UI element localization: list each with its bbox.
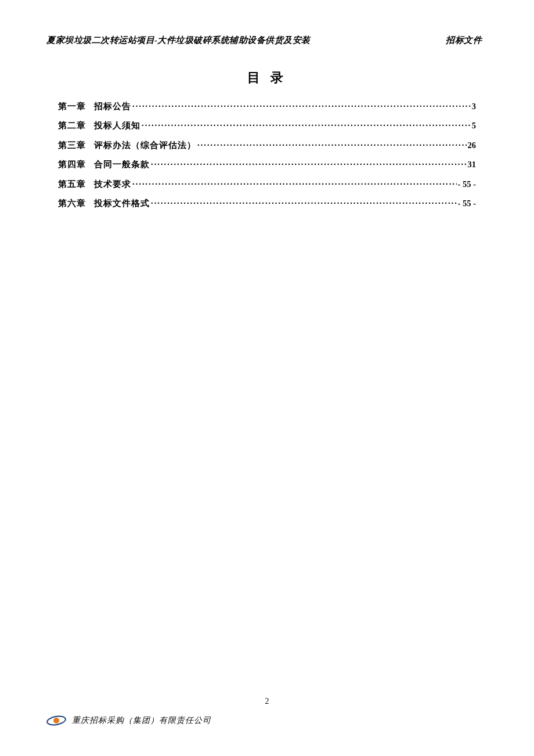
toc-entry: 第四章 合同一般条款 31 bbox=[58, 159, 476, 171]
toc-title: 目 录 bbox=[46, 69, 488, 87]
toc-chapter: 第二章 bbox=[58, 120, 86, 131]
toc-page-number: - 55 - bbox=[458, 179, 476, 189]
footer-inner: 重庆招标采购（集团）有限责任公司 bbox=[46, 714, 488, 727]
toc-label: 投标文件格式 bbox=[94, 198, 150, 209]
toc-entry: 第六章 投标文件格式 - 55 - bbox=[58, 198, 476, 210]
toc-entry: 第五章 技术要求 - 55 - bbox=[58, 178, 476, 190]
footer-company-name: 重庆招标采购（集团）有限责任公司 bbox=[72, 715, 211, 726]
footer-page-number: 2 bbox=[0, 697, 534, 706]
toc-leader-dots bbox=[151, 159, 467, 168]
toc-label: 技术要求 bbox=[94, 179, 131, 190]
toc-label: 合同一般条款 bbox=[94, 159, 150, 170]
toc-leader-dots bbox=[132, 178, 457, 187]
toc-chapter: 第五章 bbox=[58, 179, 86, 190]
toc-entry: 第三章 评标办法（综合评估法） 26 bbox=[58, 139, 476, 151]
toc-chapter: 第四章 bbox=[58, 159, 86, 170]
toc-entry: 第二章 投标人须知 5 bbox=[58, 120, 476, 132]
table-of-contents: 第一章 招标公告 3 第二章 投标人须知 5 第三章 评标办法（综合评估法） 2… bbox=[46, 100, 488, 209]
toc-chapter: 第三章 bbox=[58, 140, 86, 151]
toc-leader-dots bbox=[142, 120, 471, 129]
toc-page-number: 26 bbox=[468, 141, 477, 150]
toc-page-number: 31 bbox=[468, 160, 477, 170]
toc-page-number: 3 bbox=[472, 102, 476, 111]
company-logo-icon bbox=[46, 714, 66, 727]
toc-chapter: 第六章 bbox=[58, 198, 86, 209]
header-right-text: 招标文件 bbox=[446, 35, 488, 46]
toc-leader-dots bbox=[132, 100, 471, 109]
toc-entry: 第一章 招标公告 3 bbox=[58, 100, 476, 112]
toc-page-number: 5 bbox=[472, 121, 476, 131]
toc-page-number: - 55 - bbox=[458, 199, 476, 208]
toc-leader-dots bbox=[151, 198, 457, 207]
toc-label: 评标办法（综合评估法） bbox=[94, 140, 196, 151]
header-left-text: 夏家坝垃圾二次转运站项目-大件垃圾破碎系统辅助设备供货及安装 bbox=[46, 35, 311, 46]
document-page: 夏家坝垃圾二次转运站项目-大件垃圾破碎系统辅助设备供货及安装 招标文件 目 录 … bbox=[0, 0, 534, 209]
page-footer: 2 重庆招标采购（集团）有限责任公司 bbox=[0, 714, 534, 727]
toc-label: 招标公告 bbox=[94, 101, 131, 112]
toc-label: 投标人须知 bbox=[94, 120, 140, 131]
page-header: 夏家坝垃圾二次转运站项目-大件垃圾破碎系统辅助设备供货及安装 招标文件 bbox=[46, 35, 488, 46]
toc-chapter: 第一章 bbox=[58, 101, 86, 112]
toc-leader-dots bbox=[197, 139, 467, 148]
